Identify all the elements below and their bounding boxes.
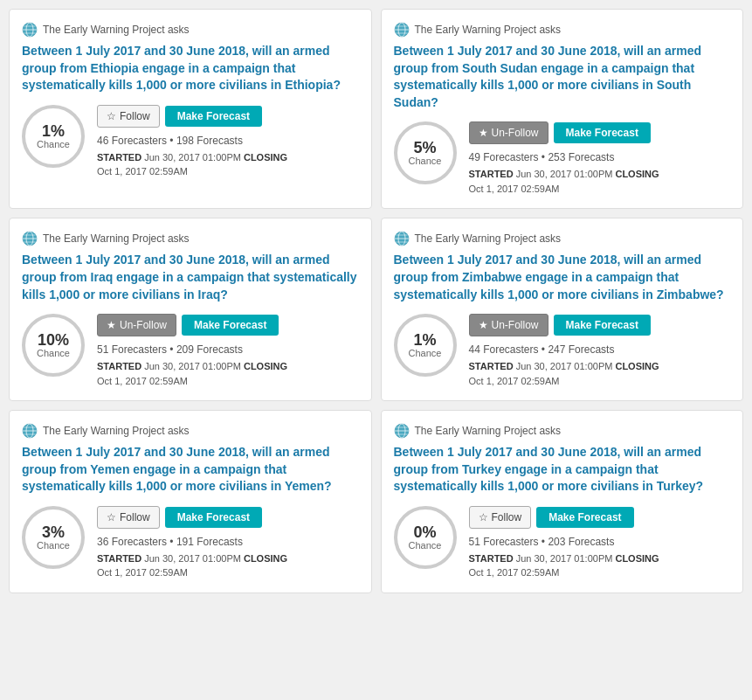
asks-label: The Early Warning Project asks	[43, 232, 190, 245]
asks-label: The Early Warning Project asks	[43, 425, 190, 437]
forecasters-line: 51 Forecasters • 203 Forecasts	[469, 536, 731, 548]
card-header: The Early Warning Project asks	[394, 22, 731, 38]
forecast-button[interactable]: Make Forecast	[182, 315, 279, 336]
dates-line: STARTED Jun 30, 2017 01:00PM CLOSINGOct …	[97, 150, 359, 179]
card-info: ☆ Follow Make Forecast 51 Forecasters • …	[469, 506, 731, 580]
forecast-button[interactable]: Make Forecast	[554, 122, 651, 143]
card-question: Between 1 July 2017 and 30 June 2018, wi…	[22, 444, 359, 496]
card-header: The Early Warning Project asks	[22, 231, 359, 246]
chance-percent: 1%	[42, 123, 65, 139]
chance-circle: 1% Chance	[394, 314, 457, 377]
card-zimbabwe: The Early Warning Project asks Between 1…	[381, 218, 744, 401]
card-body: 1% Chance ★ Un-Follow Make Forecast 44 F…	[394, 314, 731, 388]
chance-percent: 0%	[413, 524, 436, 540]
card-body: 5% Chance ★ Un-Follow Make Forecast 49 F…	[394, 121, 731, 196]
card-header: The Early Warning Project asks	[22, 423, 359, 439]
unfollow-button[interactable]: ★ Un-Follow	[469, 121, 548, 144]
card-actions: ★ Un-Follow Make Forecast	[469, 314, 731, 336]
star-empty-icon: ☆	[107, 511, 116, 523]
follow-label: Follow	[120, 110, 150, 122]
forecast-button[interactable]: Make Forecast	[165, 106, 262, 127]
card-header: The Early Warning Project asks	[394, 231, 731, 246]
chance-percent: 1%	[413, 332, 436, 348]
asks-label: The Early Warning Project asks	[415, 232, 562, 245]
card-body: 1% Chance ☆ Follow Make Forecast 46 Fore…	[22, 105, 359, 179]
globe-icon	[22, 22, 38, 38]
star-filled-icon: ★	[479, 319, 488, 331]
card-info: ★ Un-Follow Make Forecast 49 Forecasters…	[469, 121, 731, 196]
chance-percent: 3%	[42, 524, 65, 540]
chance-circle: 1% Chance	[22, 105, 85, 168]
card-header: The Early Warning Project asks	[394, 423, 731, 439]
card-info: ★ Un-Follow Make Forecast 51 Forecasters…	[97, 314, 359, 388]
card-info: ☆ Follow Make Forecast 46 Forecasters • …	[97, 105, 359, 179]
follow-label: Follow	[120, 511, 150, 523]
card-actions: ★ Un-Follow Make Forecast	[97, 314, 359, 336]
card-question: Between 1 July 2017 and 30 June 2018, wi…	[22, 43, 359, 94]
closing-label: CLOSING	[615, 169, 659, 179]
chance-percent: 10%	[38, 332, 69, 348]
card-question: Between 1 July 2017 and 30 June 2018, wi…	[394, 444, 731, 496]
follow-button[interactable]: ☆ Follow	[97, 105, 160, 128]
chance-label: Chance	[409, 348, 442, 358]
unfollow-label: Un-Follow	[120, 319, 167, 331]
forecasters-line: 46 Forecasters • 198 Forecasts	[97, 135, 359, 147]
chance-circle: 10% Chance	[22, 314, 85, 377]
started-label: STARTED	[97, 152, 141, 163]
asks-label: The Early Warning Project asks	[43, 24, 190, 36]
dates-line: STARTED Jun 30, 2017 01:00PM CLOSINGOct …	[97, 359, 359, 388]
card-question: Between 1 July 2017 and 30 June 2018, wi…	[394, 252, 731, 303]
forecasters-line: 51 Forecasters • 209 Forecasts	[97, 343, 359, 356]
card-actions: ☆ Follow Make Forecast	[469, 506, 731, 529]
card-actions: ☆ Follow Make Forecast	[97, 506, 359, 529]
forecasters-line: 36 Forecasters • 191 Forecasts	[97, 536, 359, 548]
follow-button[interactable]: ☆ Follow	[469, 506, 532, 529]
card-actions: ☆ Follow Make Forecast	[97, 105, 359, 128]
closing-label: CLOSING	[244, 361, 287, 371]
unfollow-label: Un-Follow	[492, 319, 539, 331]
unfollow-button[interactable]: ★ Un-Follow	[97, 314, 176, 336]
forecast-button[interactable]: Make Forecast	[165, 507, 262, 528]
chance-circle: 5% Chance	[394, 121, 457, 184]
star-empty-icon: ☆	[479, 511, 488, 523]
chance-circle: 0% Chance	[394, 506, 457, 569]
globe-icon	[394, 231, 410, 246]
started-label: STARTED	[469, 169, 514, 179]
star-filled-icon: ★	[479, 127, 488, 139]
closing-label: CLOSING	[244, 553, 287, 564]
forecasters-line: 49 Forecasters • 253 Forecasts	[469, 151, 731, 163]
chance-label: Chance	[37, 348, 70, 358]
started-label: STARTED	[469, 361, 514, 371]
forecast-button[interactable]: Make Forecast	[536, 507, 633, 528]
started-label: STARTED	[469, 553, 514, 564]
chance-circle: 3% Chance	[22, 506, 85, 569]
chance-percent: 5%	[413, 140, 436, 156]
asks-label: The Early Warning Project asks	[415, 24, 562, 36]
card-info: ★ Un-Follow Make Forecast 44 Forecasters…	[469, 314, 731, 388]
star-empty-icon: ☆	[107, 110, 116, 122]
started-label: STARTED	[97, 361, 141, 371]
dates-line: STARTED Jun 30, 2017 01:00PM CLOSINGOct …	[469, 167, 731, 196]
card-actions: ★ Un-Follow Make Forecast	[469, 121, 731, 144]
unfollow-button[interactable]: ★ Un-Follow	[469, 314, 548, 336]
follow-button[interactable]: ☆ Follow	[97, 506, 160, 529]
chance-label: Chance	[409, 540, 442, 551]
card-south-sudan: The Early Warning Project asks Between 1…	[381, 9, 744, 209]
card-iraq: The Early Warning Project asks Between 1…	[9, 218, 372, 401]
card-info: ☆ Follow Make Forecast 36 Forecasters • …	[97, 506, 359, 580]
globe-icon	[22, 423, 38, 439]
chance-label: Chance	[409, 156, 442, 166]
chance-label: Chance	[37, 540, 70, 551]
card-header: The Early Warning Project asks	[22, 22, 359, 38]
dates-line: STARTED Jun 30, 2017 01:00PM CLOSINGOct …	[469, 551, 731, 580]
card-turkey: The Early Warning Project asks Between 1…	[381, 410, 744, 593]
globe-icon	[22, 231, 38, 246]
forecast-button[interactable]: Make Forecast	[554, 315, 651, 336]
closing-label: CLOSING	[244, 152, 287, 163]
forecasters-line: 44 Forecasters • 247 Forecasts	[469, 343, 731, 356]
closing-label: CLOSING	[615, 361, 659, 371]
cards-grid: The Early Warning Project asks Between 1…	[9, 9, 743, 593]
unfollow-label: Un-Follow	[492, 127, 539, 139]
card-body: 3% Chance ☆ Follow Make Forecast 36 Fore…	[22, 506, 359, 580]
card-question: Between 1 July 2017 and 30 June 2018, wi…	[22, 252, 359, 303]
